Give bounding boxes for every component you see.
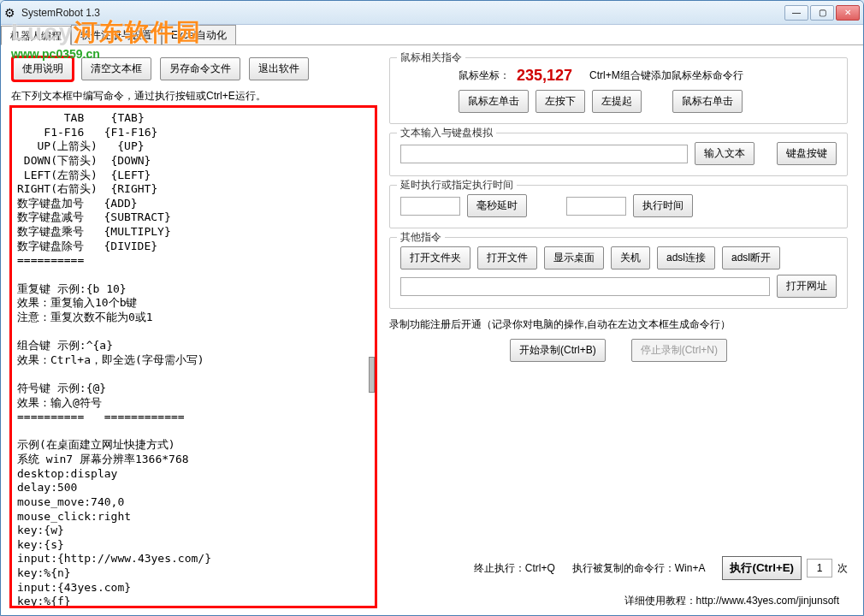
show-desktop-button[interactable]: 显示桌面 [544,246,604,270]
mouse-left-click-button[interactable]: 鼠标左单击 [459,90,529,113]
keyboard-key-button[interactable]: 键盘按键 [777,142,837,165]
mouse-group: 鼠标相关指令 鼠标坐标： 235,127 Ctrl+M组合键添加鼠标坐标命令行 … [389,57,848,124]
exec-row: 终止执行：Ctrl+Q 执行被复制的命令行：Win+A 执行(Ctrl+E) 次 [389,556,848,580]
execute-button[interactable]: 执行(Ctrl+E) [722,556,802,580]
mouse-left-up-button[interactable]: 左提起 [592,90,642,113]
url-input[interactable] [400,277,770,296]
exec-count-input[interactable] [807,559,832,578]
replay-label: 执行被复制的命令行：Win+A [572,561,706,576]
watermark: Lucy河东软件园 www.pc0359.cn [11,16,202,61]
start-record-button[interactable]: 开始录制(Ctrl+B) [510,339,606,362]
coord-label: 鼠标坐标： [459,68,510,83]
text-keyboard-group: 文本输入与键盘模拟 输入文本 键盘按键 [389,133,848,176]
saveas-button[interactable]: 另存命令文件 [160,57,240,80]
adsl-disconnect-button[interactable]: adsl断开 [722,246,780,270]
stop-record-button[interactable]: 停止录制(Ctrl+N) [631,339,727,362]
footer-link: 详细使用教程：http://www.43yes.com/jinjunsoft [389,594,848,608]
coord-value: 235,127 [517,67,572,85]
right-panel: 鼠标相关指令 鼠标坐标： 235,127 Ctrl+M组合键添加鼠标坐标命令行 … [389,57,855,608]
clear-button[interactable]: 清空文本框 [81,57,151,80]
left-hint: 在下列文本框中编写命令，通过执行按钮或Ctrl+E运行。 [11,89,377,104]
delay-group: 延时执行或指定执行时间 毫秒延时 执行时间 [389,185,848,228]
shutdown-button[interactable]: 关机 [611,246,650,270]
delay-group-title: 延时执行或指定执行时间 [397,178,517,192]
maximize-button[interactable]: ▢ [810,5,834,21]
input-text-button[interactable]: 输入文本 [695,142,755,165]
mouse-left-down-button[interactable]: 左按下 [536,90,585,113]
command-textarea[interactable]: TAB {TAB} F1-F16 {F1-F16} UP(上箭头) {UP} D… [9,105,377,608]
minimize-button[interactable]: — [784,5,808,21]
stop-exec-label: 终止执行：Ctrl+Q [474,561,555,576]
other-group: 其他指令 打开文件夹 打开文件 显示桌面 关机 adsl连接 adsl断开 打开… [389,237,848,309]
left-panel: 使用说明 清空文本框 另存命令文件 退出软件 在下列文本框中编写命令，通过执行按… [9,57,377,608]
exec-times-label: 次 [837,561,848,576]
text-keyboard-group-title: 文本输入与键盘模拟 [397,126,496,140]
other-group-title: 其他指令 [397,230,445,245]
coord-desc: Ctrl+M组合键添加鼠标坐标命令行 [589,68,743,83]
close-button[interactable]: ✕ [836,5,860,21]
record-note: 录制功能注册后开通（记录你对电脑的操作,自动在左边文本框生成命令行） [389,317,848,332]
exec-time-button[interactable]: 执行时间 [633,194,693,217]
exec-time-input[interactable] [566,197,626,216]
content-area: 使用说明 清空文本框 另存命令文件 退出软件 在下列文本框中编写命令，通过执行按… [1,45,863,615]
left-button-row: 使用说明 清空文本框 另存命令文件 退出软件 [9,57,377,80]
window-buttons: — ▢ ✕ [784,5,860,21]
exit-button[interactable]: 退出软件 [249,57,309,80]
help-button[interactable]: 使用说明 [13,57,73,80]
mouse-group-title: 鼠标相关指令 [397,50,465,65]
mouse-right-click-button[interactable]: 鼠标右单击 [672,90,743,113]
delay-ms-button[interactable]: 毫秒延时 [467,194,527,217]
adsl-connect-button[interactable]: adsl连接 [657,246,715,270]
delay-ms-input[interactable] [400,197,460,216]
open-folder-button[interactable]: 打开文件夹 [400,246,470,270]
record-section: 录制功能注册后开通（记录你对电脑的操作,自动在左边文本框生成命令行） 开始录制(… [389,317,848,369]
open-url-button[interactable]: 打开网址 [777,275,837,298]
app-window: ⚙ SystemRobot 1.3 — ▢ ✕ Lucy河东软件园 www.pc… [0,0,864,616]
text-input-field[interactable] [400,145,688,163]
open-file-button[interactable]: 打开文件 [477,246,537,270]
